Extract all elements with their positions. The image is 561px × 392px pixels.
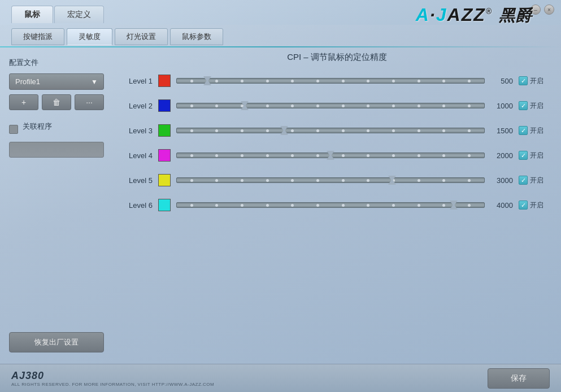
cpi-row-1: Level 1 500 ✓ 开启	[124, 72, 550, 90]
slider-dot	[291, 129, 294, 132]
close-button[interactable]: ×	[544, 5, 554, 15]
enable-check-2[interactable]: ✓ 开启	[519, 101, 550, 111]
slider-dot	[392, 129, 395, 132]
slider-dot	[442, 204, 445, 207]
cpi-value-3: 1500	[490, 127, 513, 135]
restore-defaults-button[interactable]: 恢复出厂设置	[9, 332, 104, 352]
level-color-2[interactable]	[158, 99, 171, 112]
check-icon-6: ✓	[519, 201, 528, 210]
tab-sensitivity[interactable]: 灵敏度	[67, 28, 112, 45]
thumb-bot-5	[388, 179, 396, 185]
save-button[interactable]: 保存	[488, 368, 550, 389]
slider-dots-5	[177, 178, 484, 182]
slider-dot	[367, 179, 369, 182]
slider-track-1	[176, 78, 485, 84]
right-panel: CPI – 调节鼠标的定位精度 Level 1 500 ✓ 开启 Level 2	[113, 46, 561, 364]
thumb-bot-2	[241, 104, 249, 110]
level-label-2: Level 2	[124, 102, 153, 110]
slider-5[interactable]	[176, 171, 485, 189]
associate-checkbox[interactable]	[9, 125, 18, 134]
enable-check-1[interactable]: ✓ 开启	[519, 76, 550, 86]
slider-dot	[442, 104, 445, 107]
enable-check-5[interactable]: ✓ 开启	[519, 176, 550, 185]
tab-params[interactable]: 鼠标参数	[170, 28, 223, 45]
cpi-title: CPI – 调节鼠标的定位精度	[124, 52, 550, 63]
slider-dot	[342, 129, 345, 132]
cpi-value-6: 4000	[490, 201, 513, 210]
tab-macro[interactable]: 宏定义	[54, 6, 104, 23]
slider-dot	[291, 80, 294, 82]
level-label-5: Level 5	[124, 176, 153, 185]
slider-dot	[468, 129, 471, 132]
slider-1[interactable]	[176, 72, 485, 90]
slider-dot	[266, 80, 269, 82]
cpi-row-2: Level 2 1000 ✓ 开启	[124, 97, 550, 115]
add-profile-button[interactable]: +	[9, 94, 38, 110]
slider-dot	[442, 80, 445, 82]
slider-dot	[392, 154, 395, 157]
delete-profile-button[interactable]: 🗑	[42, 94, 71, 110]
level-label-6: Level 6	[124, 201, 153, 210]
more-options-button[interactable]: ···	[75, 94, 104, 110]
enable-check-4[interactable]: ✓ 开启	[519, 151, 550, 160]
slider-dot	[316, 104, 319, 107]
slider-dot	[316, 129, 319, 132]
tab-lighting[interactable]: 灯光设置	[115, 28, 168, 45]
tab-keybind[interactable]: 按键指派	[11, 28, 64, 45]
enable-check-6[interactable]: ✓ 开启	[519, 201, 550, 210]
thumb-bot-4	[327, 154, 334, 160]
slider-dot	[468, 154, 471, 157]
enable-label-3: 开启	[530, 126, 543, 136]
slider-track-5	[176, 177, 485, 183]
cpi-row-6: Level 6 4000 ✓ 开启	[124, 196, 550, 214]
level-color-3[interactable]	[158, 124, 171, 137]
level-color-4[interactable]	[158, 149, 171, 162]
level-color-5[interactable]	[158, 174, 171, 186]
slider-6[interactable]	[176, 196, 485, 214]
slider-dot	[342, 179, 345, 182]
slider-dot	[342, 104, 345, 107]
slider-track-4	[176, 153, 485, 158]
slider-dot	[418, 179, 420, 182]
slider-dot	[342, 80, 345, 82]
slider-2[interactable]	[176, 97, 485, 115]
slider-4[interactable]	[176, 146, 485, 164]
cpi-value-5: 3000	[490, 176, 513, 185]
bottom-bar: AJ380 ALL RIGHTS RESERVED. FOR MORE INFO…	[0, 364, 561, 392]
profile-dropdown[interactable]: Profile1 ▼	[9, 73, 104, 90]
slider-dot	[468, 104, 471, 107]
sub-tabs: 按键指派 灵敏度 灯光设置 鼠标参数	[11, 25, 223, 45]
slider-dot	[442, 154, 445, 157]
level-color-6[interactable]	[158, 199, 171, 211]
level-label-3: Level 3	[124, 127, 153, 135]
slider-dot	[442, 179, 445, 182]
cpi-value-2: 1000	[490, 102, 513, 110]
enable-label-1: 开启	[530, 76, 543, 86]
slider-dot	[392, 104, 395, 107]
associate-input[interactable]	[9, 142, 104, 158]
thumb-bot-6	[450, 204, 458, 210]
tab-mouse[interactable]: 鼠标	[11, 6, 53, 23]
slider-3[interactable]	[176, 121, 485, 140]
enable-label-6: 开启	[530, 201, 543, 210]
slider-dot	[367, 129, 369, 132]
check-icon-2: ✓	[519, 101, 528, 110]
cpi-rows: Level 1 500 ✓ 开启 Level 2	[124, 72, 550, 214]
slider-dot	[241, 154, 243, 157]
slider-dot	[367, 154, 369, 157]
level-color-1[interactable]	[158, 75, 171, 87]
check-icon-4: ✓	[519, 151, 528, 160]
profile-section-label: 配置文件	[9, 58, 104, 68]
slider-dots-2	[177, 103, 484, 108]
enable-label-5: 开启	[530, 176, 543, 185]
enable-check-3[interactable]: ✓ 开启	[519, 126, 550, 136]
slider-dot	[367, 80, 369, 82]
slider-dot	[215, 129, 218, 132]
slider-dot	[241, 179, 243, 182]
slider-dot	[367, 104, 369, 107]
bottom-left: AJ380 ALL RIGHTS RESERVED. FOR MORE INFO…	[11, 370, 214, 387]
slider-dot	[418, 204, 420, 207]
slider-track-6	[176, 202, 485, 208]
slider-dot	[266, 104, 269, 107]
cpi-row-3: Level 3 1500 ✓ 开启	[124, 121, 550, 140]
